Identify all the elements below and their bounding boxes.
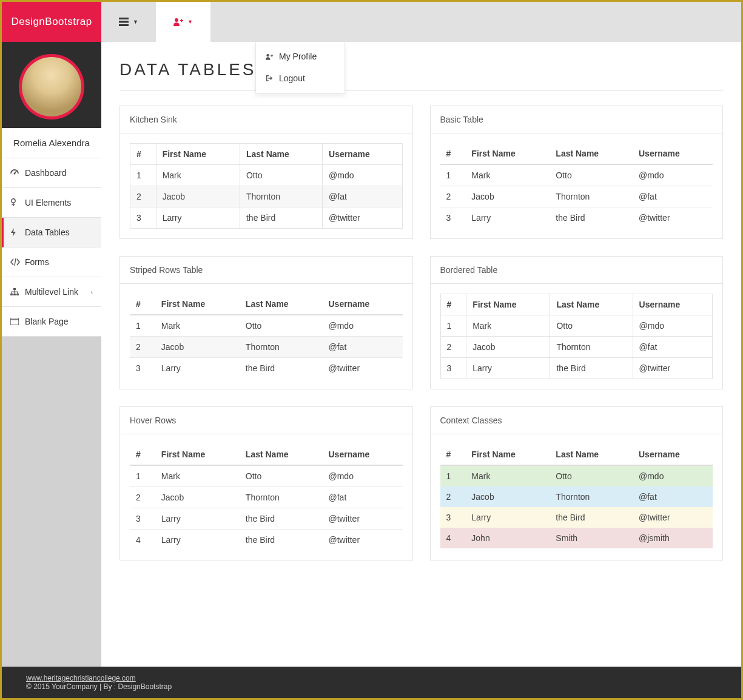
table-cell: 1 bbox=[440, 164, 466, 186]
table-cell: the Bird bbox=[240, 207, 322, 229]
table-cell: Larry bbox=[155, 508, 240, 530]
table-cell: Mark bbox=[155, 465, 240, 487]
panel-heading: Basic Table bbox=[431, 106, 723, 133]
table-cell: Jacob bbox=[155, 337, 240, 358]
table-header: First Name bbox=[155, 444, 240, 465]
avatar[interactable] bbox=[22, 57, 81, 116]
table-striped: #First NameLast NameUsername1MarkOtto@md… bbox=[130, 294, 403, 379]
table-cell: Otto bbox=[550, 164, 633, 186]
table-cell: 2 bbox=[440, 337, 466, 358]
table-cell: @mdo bbox=[323, 465, 403, 487]
dashboard-icon bbox=[10, 169, 19, 177]
caret-down-icon: ▼ bbox=[133, 19, 138, 25]
svg-rect-12 bbox=[119, 18, 129, 19]
table-cell: Larry bbox=[155, 530, 240, 551]
user-plus-icon bbox=[266, 53, 274, 60]
sidebar-item-blank-page[interactable]: Blank Page bbox=[2, 307, 101, 337]
table-cell: @twitter bbox=[323, 358, 403, 379]
table-row: 3Larrythe Bird@twitter bbox=[440, 507, 713, 528]
sidebar-item-multilevel-link[interactable]: Multilevel Link‹ bbox=[2, 277, 101, 307]
table-cell: 2 bbox=[440, 486, 466, 507]
table-cell: @twitter bbox=[323, 530, 403, 551]
table-header: Username bbox=[633, 294, 712, 315]
panel-striped-rows: Striped Rows Table #First NameLast NameU… bbox=[119, 256, 413, 389]
brand-logo[interactable]: DesignBootstrap bbox=[2, 2, 101, 42]
table-cell: Otto bbox=[240, 315, 323, 337]
table-cell: the Bird bbox=[240, 358, 323, 379]
caret-down-icon: ▼ bbox=[187, 19, 193, 25]
table-basic: #First NameLast NameUsername1MarkOtto@md… bbox=[440, 143, 713, 228]
table-cell: 1 bbox=[130, 165, 156, 186]
topbar-menu-toggle[interactable]: ▼ bbox=[101, 2, 156, 42]
table-cell: Otto bbox=[550, 465, 633, 486]
table-cell: 3 bbox=[440, 358, 466, 379]
table-header: Last Name bbox=[550, 143, 633, 164]
topbar-user-dropdown[interactable]: ▼ bbox=[156, 2, 210, 42]
sidebar: DesignBootstrap Romelia Alexendra Dashbo… bbox=[2, 2, 101, 667]
dropdown-item-label: My Profile bbox=[279, 52, 317, 61]
table-cell: the Bird bbox=[550, 358, 633, 379]
sidebar-item-label: Blank Page bbox=[25, 317, 69, 326]
table-cell: Thornton bbox=[240, 186, 322, 207]
footer-link[interactable]: www.heritagechristiancollege.com bbox=[26, 674, 136, 682]
sidebar-item-data-tables[interactable]: Data Tables bbox=[2, 218, 101, 247]
svg-line-1 bbox=[15, 171, 16, 173]
svg-rect-17 bbox=[181, 19, 183, 22]
table-cell: 2 bbox=[130, 487, 155, 508]
table-header: Username bbox=[633, 444, 713, 465]
table-row: 3Larrythe Bird@twitter bbox=[440, 358, 713, 379]
footer-text: © 2015 YourCompany | By : DesignBootstra… bbox=[26, 682, 717, 691]
footer: www.heritagechristiancollege.com © 2015 … bbox=[2, 667, 741, 698]
table-header: Username bbox=[633, 143, 713, 164]
table-header: First Name bbox=[465, 444, 550, 465]
table-cell: @fat bbox=[633, 486, 713, 507]
table-cell: @twitter bbox=[633, 358, 712, 379]
table-row: 2JacobThornton@fat bbox=[440, 486, 713, 507]
table-cell: Thornton bbox=[550, 486, 633, 507]
table-cell: 1 bbox=[440, 315, 466, 337]
table-kitchen-sink: #First NameLast NameUsername1MarkOtto@md… bbox=[130, 143, 403, 229]
table-cell: @mdo bbox=[323, 165, 402, 186]
sidebar-item-label: Data Tables bbox=[25, 227, 70, 237]
code-icon bbox=[10, 258, 19, 266]
table-cell: @mdo bbox=[633, 164, 713, 186]
svg-rect-6 bbox=[13, 288, 16, 290]
svg-line-5 bbox=[15, 258, 16, 266]
table-context: #First NameLast NameUsername1MarkOtto@md… bbox=[440, 444, 713, 548]
sidebar-item-dashboard[interactable]: Dashboard bbox=[2, 158, 101, 188]
table-row: 1MarkOtto@mdo bbox=[130, 165, 403, 186]
table-cell: 1 bbox=[440, 465, 466, 486]
table-cell: Larry bbox=[156, 207, 240, 229]
table-cell: Thornton bbox=[240, 337, 323, 358]
table-bordered: #First NameLast NameUsername1MarkOtto@md… bbox=[440, 294, 713, 379]
table-row: 2JacobThornton@fat bbox=[440, 337, 713, 358]
table-hover: #First NameLast NameUsername1MarkOtto@md… bbox=[130, 444, 403, 550]
dropdown-logout[interactable]: Logout bbox=[256, 67, 345, 89]
table-cell: 2 bbox=[130, 186, 156, 207]
svg-point-2 bbox=[12, 199, 15, 203]
sign-out-icon bbox=[266, 75, 274, 82]
svg-point-15 bbox=[175, 18, 178, 22]
sidebar-item-label: Dashboard bbox=[25, 168, 67, 178]
table-cell: Jacob bbox=[465, 486, 550, 507]
dropdown-my-profile[interactable]: My Profile bbox=[256, 45, 345, 67]
table-row: 1MarkOtto@mdo bbox=[440, 315, 713, 337]
table-cell: the Bird bbox=[240, 508, 323, 530]
panel-heading: Context Classes bbox=[431, 407, 723, 434]
table-cell: @jsmith bbox=[633, 528, 713, 548]
table-header: First Name bbox=[155, 294, 240, 315]
table-header: Username bbox=[323, 294, 403, 315]
sidebar-item-ui-elements[interactable]: UI Elements bbox=[2, 188, 101, 218]
table-cell: 3 bbox=[130, 508, 155, 530]
nav-list: DashboardUI ElementsData TablesFormsMult… bbox=[2, 158, 101, 337]
table-cell: @mdo bbox=[323, 315, 403, 337]
table-cell: Otto bbox=[550, 315, 633, 337]
panel-grid: Kitchen Sink #First NameLast NameUsernam… bbox=[119, 106, 723, 560]
table-cell: @mdo bbox=[633, 315, 712, 337]
table-cell: Larry bbox=[466, 358, 550, 379]
sidebar-item-forms[interactable]: Forms bbox=[2, 247, 101, 277]
table-row: 3Larrythe Bird@twitter bbox=[130, 508, 403, 530]
avatar-ring bbox=[19, 54, 84, 119]
table-cell: 3 bbox=[130, 358, 155, 379]
table-header: First Name bbox=[156, 144, 240, 165]
